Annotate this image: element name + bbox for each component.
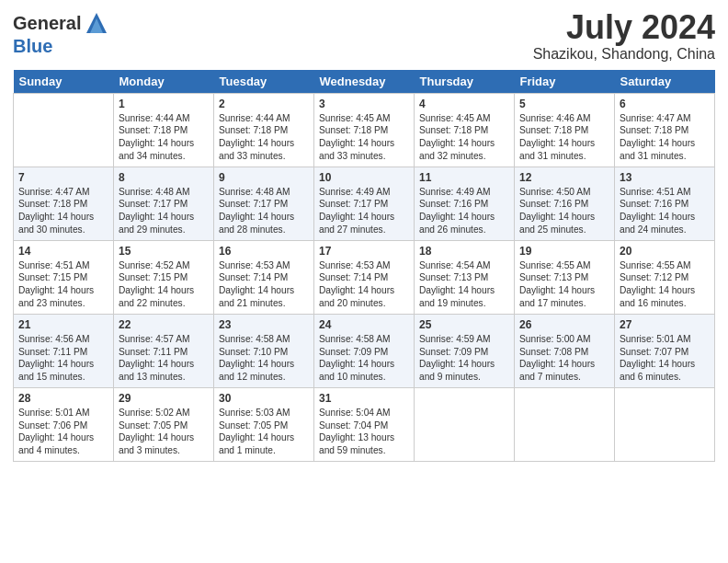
calendar-week-row: 1Sunrise: 4:44 AMSunset: 7:18 PMDaylight… <box>14 93 715 167</box>
day-number: 4 <box>419 98 509 110</box>
day-number: 1 <box>119 98 209 110</box>
day-number: 3 <box>319 98 409 110</box>
cell-info: Sunrise: 4:57 AMSunset: 7:11 PMDaylight:… <box>119 334 194 382</box>
calendar-cell: 24Sunrise: 4:58 AMSunset: 7:09 PMDayligh… <box>314 314 415 387</box>
calendar-cell: 1Sunrise: 4:44 AMSunset: 7:18 PMDaylight… <box>114 93 214 167</box>
day-number: 30 <box>219 392 309 405</box>
calendar-cell: 15Sunrise: 4:52 AMSunset: 7:15 PMDayligh… <box>114 240 214 314</box>
cell-info: Sunrise: 4:52 AMSunset: 7:15 PMDaylight:… <box>119 260 194 308</box>
cell-info: Sunrise: 5:02 AMSunset: 7:05 PMDaylight:… <box>119 408 194 455</box>
calendar-table: SundayMondayTuesdayWednesdayThursdayFrid… <box>13 70 715 462</box>
day-number: 19 <box>519 245 609 258</box>
day-number: 25 <box>419 318 509 331</box>
calendar-cell: 30Sunrise: 5:03 AMSunset: 7:05 PMDayligh… <box>214 387 314 461</box>
cell-info: Sunrise: 4:46 AMSunset: 7:18 PMDaylight:… <box>519 113 595 161</box>
weekday-header: Friday <box>515 70 615 94</box>
calendar-cell: 28Sunrise: 5:01 AMSunset: 7:06 PMDayligh… <box>14 387 114 461</box>
weekday-header: Tuesday <box>214 70 314 94</box>
day-number: 5 <box>519 98 609 110</box>
cell-info: Sunrise: 4:58 AMSunset: 7:09 PMDaylight:… <box>319 334 394 382</box>
calendar-cell: 25Sunrise: 4:59 AMSunset: 7:09 PMDayligh… <box>415 314 515 387</box>
weekday-header: Wednesday <box>314 70 415 94</box>
weekday-header: Saturday <box>615 70 715 94</box>
day-number: 11 <box>419 171 509 184</box>
cell-info: Sunrise: 5:03 AMSunset: 7:05 PMDaylight:… <box>219 408 294 455</box>
calendar-cell: 22Sunrise: 4:57 AMSunset: 7:11 PMDayligh… <box>114 314 214 387</box>
location-subtitle: Shazikou, Shandong, China <box>533 46 715 63</box>
header-row: SundayMondayTuesdayWednesdayThursdayFrid… <box>14 70 715 94</box>
calendar-cell: 23Sunrise: 4:58 AMSunset: 7:10 PMDayligh… <box>214 314 314 387</box>
logo-icon <box>83 9 110 37</box>
calendar-cell: 4Sunrise: 4:45 AMSunset: 7:18 PMDaylight… <box>415 93 515 167</box>
calendar-cell: 29Sunrise: 5:02 AMSunset: 7:05 PMDayligh… <box>114 387 214 461</box>
day-number: 18 <box>419 245 509 258</box>
calendar-cell <box>415 387 515 461</box>
day-number: 21 <box>18 318 108 331</box>
calendar-cell: 31Sunrise: 5:04 AMSunset: 7:04 PMDayligh… <box>314 387 415 461</box>
calendar-cell: 7Sunrise: 4:47 AMSunset: 7:18 PMDaylight… <box>14 167 114 240</box>
day-number: 2 <box>219 98 309 110</box>
calendar-cell <box>615 387 715 461</box>
cell-info: Sunrise: 4:48 AMSunset: 7:17 PMDaylight:… <box>119 187 194 235</box>
calendar-cell: 13Sunrise: 4:51 AMSunset: 7:16 PMDayligh… <box>615 167 715 240</box>
cell-info: Sunrise: 4:48 AMSunset: 7:17 PMDaylight:… <box>219 187 294 235</box>
cell-info: Sunrise: 4:51 AMSunset: 7:15 PMDaylight:… <box>18 260 94 308</box>
calendar-cell <box>14 93 114 167</box>
weekday-header: Monday <box>114 70 214 94</box>
day-number: 13 <box>620 171 710 184</box>
day-number: 28 <box>18 392 108 405</box>
calendar-week-row: 28Sunrise: 5:01 AMSunset: 7:06 PMDayligh… <box>14 387 715 461</box>
calendar-cell: 27Sunrise: 5:01 AMSunset: 7:07 PMDayligh… <box>615 314 715 387</box>
cell-info: Sunrise: 4:50 AMSunset: 7:16 PMDaylight:… <box>519 187 595 235</box>
calendar-cell: 10Sunrise: 4:49 AMSunset: 7:17 PMDayligh… <box>314 167 415 240</box>
day-number: 14 <box>18 245 108 258</box>
day-number: 22 <box>119 318 209 331</box>
day-number: 7 <box>18 171 108 184</box>
day-number: 26 <box>519 318 609 331</box>
calendar-cell: 2Sunrise: 4:44 AMSunset: 7:18 PMDaylight… <box>214 93 314 167</box>
title-block: July 2024 Shazikou, Shandong, China <box>533 9 715 63</box>
page: General Blue July 2024 Shazikou, Shandon… <box>0 0 728 563</box>
cell-info: Sunrise: 4:56 AMSunset: 7:11 PMDaylight:… <box>18 334 94 382</box>
day-number: 16 <box>219 245 309 258</box>
calendar-cell: 19Sunrise: 4:55 AMSunset: 7:13 PMDayligh… <box>515 240 615 314</box>
cell-info: Sunrise: 4:49 AMSunset: 7:16 PMDaylight:… <box>419 187 495 235</box>
calendar-cell: 5Sunrise: 4:46 AMSunset: 7:18 PMDaylight… <box>515 93 615 167</box>
cell-info: Sunrise: 4:44 AMSunset: 7:18 PMDaylight:… <box>219 113 294 161</box>
calendar-cell: 14Sunrise: 4:51 AMSunset: 7:15 PMDayligh… <box>14 240 114 314</box>
logo: General Blue <box>13 9 110 55</box>
cell-info: Sunrise: 5:01 AMSunset: 7:07 PMDaylight:… <box>620 334 695 382</box>
day-number: 29 <box>119 392 209 405</box>
calendar-week-row: 7Sunrise: 4:47 AMSunset: 7:18 PMDaylight… <box>14 167 715 240</box>
cell-info: Sunrise: 4:51 AMSunset: 7:16 PMDaylight:… <box>620 187 695 235</box>
weekday-header: Sunday <box>14 70 114 94</box>
header: General Blue July 2024 Shazikou, Shandon… <box>13 9 715 63</box>
calendar-cell: 16Sunrise: 4:53 AMSunset: 7:14 PMDayligh… <box>214 240 314 314</box>
cell-info: Sunrise: 4:54 AMSunset: 7:13 PMDaylight:… <box>419 260 495 308</box>
cell-info: Sunrise: 4:55 AMSunset: 7:13 PMDaylight:… <box>519 260 595 308</box>
cell-info: Sunrise: 4:45 AMSunset: 7:18 PMDaylight:… <box>319 113 394 161</box>
day-number: 23 <box>219 318 309 331</box>
calendar-cell: 12Sunrise: 4:50 AMSunset: 7:16 PMDayligh… <box>515 167 615 240</box>
cell-info: Sunrise: 4:59 AMSunset: 7:09 PMDaylight:… <box>419 334 495 382</box>
day-number: 9 <box>219 171 309 184</box>
day-number: 20 <box>620 245 710 258</box>
weekday-header: Thursday <box>415 70 515 94</box>
day-number: 8 <box>119 171 209 184</box>
cell-info: Sunrise: 4:53 AMSunset: 7:14 PMDaylight:… <box>219 260 294 308</box>
calendar-cell: 17Sunrise: 4:53 AMSunset: 7:14 PMDayligh… <box>314 240 415 314</box>
calendar-cell <box>515 387 615 461</box>
logo-blue: Blue <box>13 37 110 55</box>
logo-general: General <box>13 13 81 33</box>
calendar-cell: 3Sunrise: 4:45 AMSunset: 7:18 PMDaylight… <box>314 93 415 167</box>
day-number: 6 <box>620 98 710 110</box>
cell-info: Sunrise: 4:49 AMSunset: 7:17 PMDaylight:… <box>319 187 394 235</box>
day-number: 17 <box>319 245 409 258</box>
calendar-week-row: 21Sunrise: 4:56 AMSunset: 7:11 PMDayligh… <box>14 314 715 387</box>
cell-info: Sunrise: 4:45 AMSunset: 7:18 PMDaylight:… <box>419 113 495 161</box>
cell-info: Sunrise: 4:44 AMSunset: 7:18 PMDaylight:… <box>119 113 194 161</box>
calendar-cell: 8Sunrise: 4:48 AMSunset: 7:17 PMDaylight… <box>114 167 214 240</box>
day-number: 12 <box>519 171 609 184</box>
calendar-cell: 6Sunrise: 4:47 AMSunset: 7:18 PMDaylight… <box>615 93 715 167</box>
cell-info: Sunrise: 4:55 AMSunset: 7:12 PMDaylight:… <box>620 260 695 308</box>
